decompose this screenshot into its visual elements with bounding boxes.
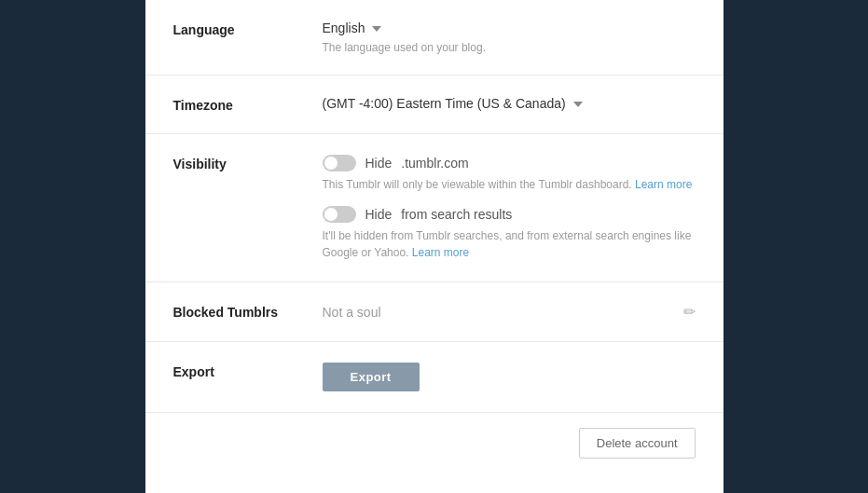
timezone-row: Timezone (GMT -4:00) Eastern Time (US & …	[145, 75, 723, 134]
timezone-value: (GMT -4:00) Eastern Time (US & Canada)	[323, 96, 566, 111]
visibility-item-tumblr: Hide .tumblr.com This Tumblr will only b…	[323, 155, 696, 193]
page-wrapper: Language English The language used on yo…	[0, 0, 868, 493]
edit-icon[interactable]: ✏	[683, 303, 696, 321]
hide-tumblr-label-after: .tumblr.com	[401, 156, 468, 171]
delete-account-button[interactable]: Delete account	[579, 428, 696, 459]
settings-footer: Delete account	[145, 413, 723, 477]
language-value: English	[323, 21, 365, 35]
hide-search-desc: It'll be hidden from Tumblr searches, an…	[323, 227, 696, 261]
chevron-down-icon	[372, 26, 381, 32]
hide-tumblr-toggle[interactable]	[323, 155, 356, 171]
blocked-tumblrs-content: Not a soul ✏	[323, 303, 696, 321]
language-hint: The language used on your blog.	[323, 41, 696, 54]
language-row: Language English The language used on yo…	[145, 0, 723, 75]
export-button[interactable]: Export	[323, 363, 420, 391]
blocked-row-inner: Not a soul ✏	[323, 303, 696, 321]
visibility-item-search: Hide from search results It'll be hidden…	[323, 206, 696, 261]
export-content: Export	[323, 363, 696, 391]
visibility-toggle-row-1: Hide .tumblr.com	[323, 155, 696, 171]
hide-search-label-before: Hide	[365, 207, 393, 222]
language-label: Language	[173, 21, 323, 37]
settings-panel: Language English The language used on yo…	[145, 0, 723, 493]
export-row: Export Export	[145, 342, 723, 413]
visibility-toggle-row-2: Hide from search results	[323, 206, 696, 223]
hide-tumblr-learn-more[interactable]: Learn more	[635, 178, 692, 191]
language-content: English The language used on your blog.	[323, 21, 696, 54]
timezone-select[interactable]: (GMT -4:00) Eastern Time (US & Canada)	[323, 96, 696, 111]
visibility-label: Visibility	[173, 155, 323, 171]
visibility-content: Hide .tumblr.com This Tumblr will only b…	[323, 155, 696, 261]
timezone-label: Timezone	[173, 96, 323, 113]
timezone-content: (GMT -4:00) Eastern Time (US & Canada)	[323, 96, 696, 111]
language-select[interactable]: English	[323, 21, 696, 35]
blocked-tumblrs-row: Blocked Tumblrs Not a soul ✏	[145, 282, 723, 342]
hide-search-toggle[interactable]	[323, 206, 356, 223]
hide-tumblr-desc: This Tumblr will only be viewable within…	[323, 176, 696, 193]
hide-search-learn-more[interactable]: Learn more	[412, 246, 469, 259]
hide-search-label-after: from search results	[401, 207, 512, 222]
visibility-row: Visibility Hide .tumblr.com This Tumblr …	[145, 134, 723, 282]
export-label: Export	[173, 363, 323, 379]
blocked-tumblrs-label: Blocked Tumblrs	[173, 303, 323, 320]
blocked-value: Not a soul	[323, 305, 381, 320]
hide-tumblr-label-before: Hide	[365, 156, 393, 171]
chevron-down-icon	[573, 102, 583, 107]
